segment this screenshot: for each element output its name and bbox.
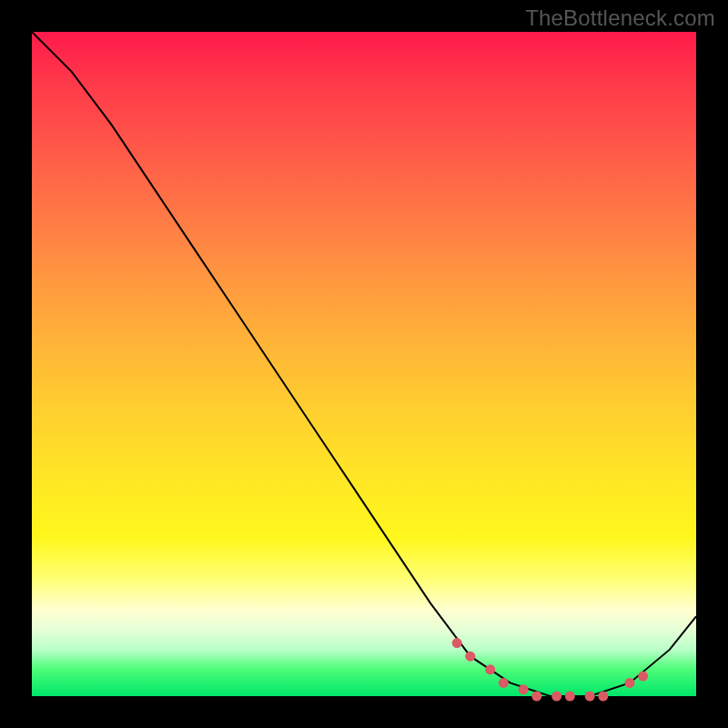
bottleneck-curve bbox=[32, 32, 696, 696]
marker-dot bbox=[598, 692, 608, 702]
highlight-markers bbox=[452, 638, 648, 701]
marker-dot bbox=[499, 678, 509, 688]
marker-dot bbox=[551, 692, 561, 702]
marker-dot bbox=[585, 692, 595, 702]
marker-dot bbox=[519, 684, 529, 694]
marker-dot bbox=[452, 638, 462, 648]
marker-dot bbox=[465, 652, 475, 662]
chart-frame: TheBottleneck.com bbox=[0, 0, 728, 728]
marker-dot bbox=[638, 672, 648, 682]
marker-dot bbox=[485, 664, 495, 674]
watermark-text: TheBottleneck.com bbox=[525, 5, 715, 31]
chart-overlay bbox=[32, 32, 696, 696]
marker-dot bbox=[531, 692, 541, 702]
marker-dot bbox=[565, 692, 575, 702]
marker-dot bbox=[625, 678, 635, 688]
